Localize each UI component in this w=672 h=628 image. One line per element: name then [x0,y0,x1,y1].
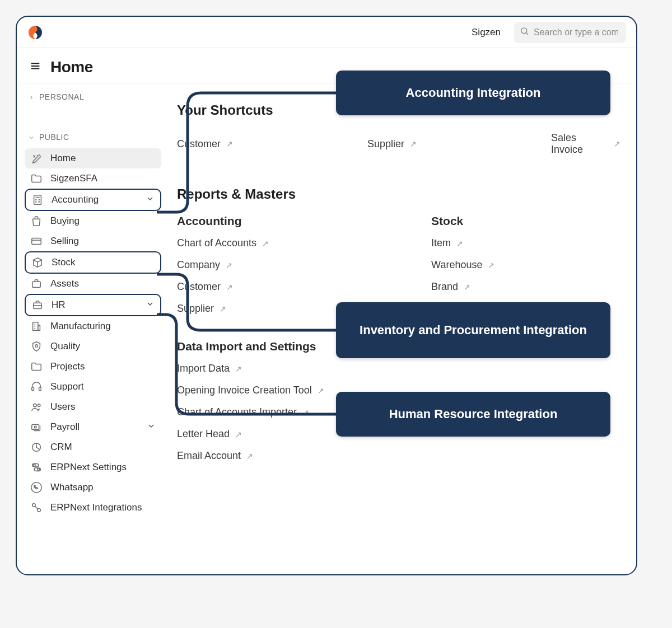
external-icon: ↗ [246,452,253,461]
external-icon: ↗ [220,304,226,313]
svg-rect-11 [32,238,41,245]
link-warehouse[interactable]: Warehouse↗ [431,257,494,273]
link-label: Warehouse [431,259,482,271]
link-chart-of-accounts[interactable]: Chart of Accounts↗ [177,236,269,251]
svg-rect-14 [32,282,41,287]
sidebar-item-assets[interactable]: Assets [25,274,161,294]
briefcase-icon [30,278,43,290]
external-icon: ↗ [302,408,309,417]
link-item[interactable]: Item↗ [431,236,463,251]
svg-point-31 [34,465,36,467]
link-email-account[interactable]: Email Account↗ [177,448,253,463]
sidebar-item-selling[interactable]: Selling [25,231,161,251]
integration-icon [30,502,43,514]
sidebar-item-label: Support [50,381,156,392]
sidebar-item-label: Assets [50,278,156,289]
briefcase-icon [31,299,44,311]
app-window: Accounting Integration Inventory and Pro… [16,16,637,575]
svg-point-10 [39,201,39,202]
section-public[interactable]: PUBLIC [25,128,161,146]
sidebar-item-crm[interactable]: CRM [25,437,161,457]
sidebar-item-accounting[interactable]: Accounting [25,189,161,211]
external-icon: ↗ [456,239,463,248]
svg-rect-18 [38,325,40,330]
whatsapp-icon [30,481,43,494]
sidebar-item-label: Projects [50,361,156,372]
svg-rect-27 [32,424,39,429]
chevron-down-icon [146,299,155,311]
sidebar-item-label: HR [52,299,138,311]
toggles-icon [30,461,43,474]
sidebar-item-label: Manufacturing [50,321,156,332]
money-icon [30,421,43,433]
shield-icon [30,340,43,353]
sidebar-item-label: Selling [50,236,156,247]
svg-point-0 [521,28,527,34]
chevron-down-icon [146,194,155,206]
callout-hr: Human Resource Integration [336,392,610,437]
sidebar-item-label: Accounting [52,194,138,205]
link-label: Opening Invoice Creation Tool [177,385,312,396]
nav-list: Home SigzenSFA Accounting Buying [25,148,161,518]
link-label: Brand [431,281,458,293]
link-brand[interactable]: Brand↗ [431,279,470,294]
sidebar-item-support[interactable]: Support [25,377,161,397]
external-icon: ↗ [464,283,470,292]
svg-point-33 [38,468,40,471]
sidebar-item-stock[interactable]: Stock [25,251,161,274]
sidebar-item-buying[interactable]: Buying [25,211,161,231]
sidebar-item-manufacturing[interactable]: Manufacturing [25,316,161,336]
calculator-icon [31,194,44,206]
sidebar-item-hr[interactable]: HR [25,294,161,316]
link-label: Company [177,259,220,271]
sidebar-item-projects[interactable]: Projects [25,357,161,377]
sidebar-item-home[interactable]: Home [25,148,161,168]
search-input[interactable] [534,27,618,38]
sidebar-item-quality[interactable]: Quality [25,336,161,357]
link-opening-invoice-tool[interactable]: Opening Invoice Creation Tool↗ [177,383,324,398]
sidebar-item-label: CRM [50,442,156,453]
users-icon [30,401,43,413]
section-personal[interactable]: PERSONAL [25,88,161,106]
link-coa-importer[interactable]: Chart of Accounts Importer↗ [177,405,309,420]
sidebar-item-erpnext-settings[interactable]: ERPNext Settings [25,457,161,477]
shortcut-row: Customer↗ Supplier↗ Sales Invoice↗ [177,130,620,157]
sidebar-item-whatsapp[interactable]: Whatsapp [25,477,161,498]
external-icon: ↗ [235,430,242,439]
shortcut-sales-invoice[interactable]: Sales Invoice↗ [551,130,620,157]
reports-heading: Reports & Masters [177,186,620,202]
sidebar-item-label: ERPNext Settings [50,462,156,473]
svg-rect-24 [39,387,41,391]
app-logo [27,24,44,41]
bag-icon [30,215,43,227]
link-customer[interactable]: Customer↗ [177,279,233,294]
col-stock: Stock Item↗ Warehouse↗ Brand↗ [431,214,494,316]
sidebar-item-users[interactable]: Users [25,397,161,417]
shortcut-customer[interactable]: Customer↗ [177,130,233,157]
company-name[interactable]: Sigzen [472,27,501,38]
sidebar-item-label: ERPNext Integrations [50,502,156,513]
svg-point-7 [36,199,36,200]
sidebar-item-payroll[interactable]: Payroll [25,417,161,437]
sidebar-item-erpnext-integrations[interactable]: ERPNext Integrations [25,498,161,518]
link-company[interactable]: Company↗ [177,257,232,273]
chevron-down-icon [147,421,156,433]
sidebar-item-label: SigzenSFA [50,173,156,184]
link-import-data[interactable]: Import Data↗ [177,361,242,376]
link-supplier[interactable]: Supplier↗ [177,301,226,316]
sidebar-item-sigzensfa[interactable]: SigzenSFA [25,168,161,189]
section-label: PUBLIC [39,133,69,142]
page-title: Home [50,58,93,76]
search-box[interactable] [514,22,626,43]
link-letter-head[interactable]: Letter Head↗ [177,427,242,442]
sidebar-item-label: Payroll [50,421,139,433]
link-label: Supplier [177,303,214,315]
top-bar: Sigzen [17,17,636,48]
svg-point-22 [35,345,38,348]
tools-icon [30,152,43,165]
svg-point-28 [34,426,36,428]
callout-label: Inventory and Procurement Integration [360,322,587,338]
external-icon: ↗ [226,139,233,148]
menu-icon[interactable] [29,60,41,74]
shortcut-supplier[interactable]: Supplier↗ [367,130,417,157]
